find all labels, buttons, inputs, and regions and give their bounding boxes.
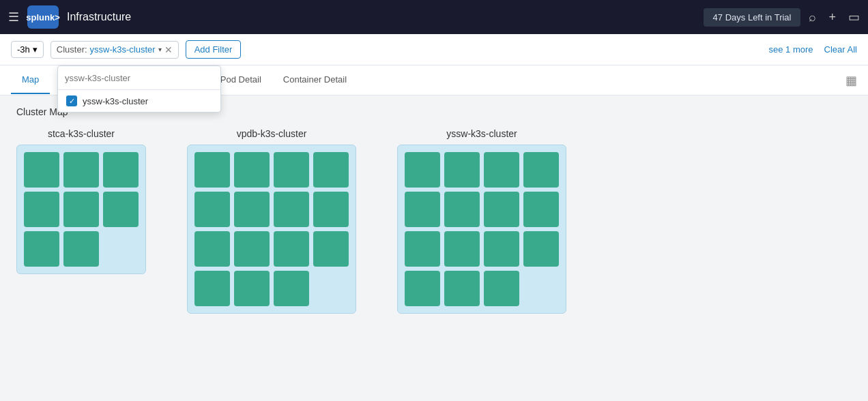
dropdown-item-yssw[interactable]: yssw-k3s-cluster — [58, 90, 220, 112]
stca-row3 — [24, 231, 139, 267]
node-cell[interactable] — [484, 271, 519, 306]
node-cell[interactable] — [444, 192, 480, 227]
bookmark-icon[interactable]: ▭ — [848, 10, 860, 25]
node-cell[interactable] — [484, 231, 519, 267]
node-cell[interactable] — [63, 192, 99, 227]
node-cell[interactable] — [274, 271, 309, 306]
dropdown-search-input[interactable] — [65, 73, 214, 83]
yssw-row2 — [405, 192, 559, 227]
node-cell[interactable] — [24, 231, 59, 267]
cluster-stca-name: stca-k3s-cluster — [48, 128, 115, 139]
yssw-row3 — [405, 231, 559, 267]
node-cell[interactable] — [484, 152, 519, 188]
clusters-row: stca-k3s-cluster — [16, 128, 852, 314]
dropdown-search — [58, 66, 220, 90]
node-cell[interactable] — [194, 192, 230, 227]
tab-container-detail[interactable]: Container Detail — [272, 66, 358, 94]
node-cell[interactable] — [523, 152, 559, 188]
node-cell[interactable] — [63, 152, 99, 188]
vpdb-row1 — [194, 152, 349, 188]
node-cell[interactable] — [234, 271, 270, 306]
node-cell[interactable] — [274, 231, 309, 267]
stca-row1 — [24, 152, 139, 188]
vpdb-row2 — [194, 192, 349, 227]
filter-chip-label: Cluster: — [57, 44, 87, 55]
main-content: Cluster Map stca-k3s-cluster — [0, 95, 868, 401]
node-cell[interactable] — [194, 152, 230, 188]
search-icon[interactable]: ⌕ — [809, 10, 816, 25]
dropdown-item-label-yssw: yssw-k3s-cluster — [83, 96, 148, 106]
tab-map[interactable]: Map — [11, 66, 50, 94]
cluster-yssw-box — [397, 145, 566, 314]
time-value: -3h — [17, 44, 30, 55]
yssw-row1 — [405, 152, 559, 188]
node-cell[interactable] — [234, 152, 270, 188]
add-icon[interactable]: + — [828, 10, 836, 25]
splunk-logo: splunk> — [27, 5, 59, 29]
node-cell[interactable] — [444, 152, 480, 188]
time-arrow: ▾ — [33, 44, 38, 55]
node-cell[interactable] — [444, 231, 480, 267]
cluster-stca[interactable]: stca-k3s-cluster — [16, 128, 146, 274]
see-more-link[interactable]: see 1 more — [769, 44, 813, 55]
node-cell[interactable] — [274, 152, 309, 188]
checkbox-yssw[interactable] — [66, 95, 77, 106]
cluster-vpdb[interactable]: vpdb-k3s-cluster — [187, 128, 356, 314]
node-cell[interactable] — [484, 192, 519, 227]
cluster-yssw-name: yssw-k3s-cluster — [446, 128, 517, 139]
node-cell[interactable] — [103, 152, 139, 188]
cluster-dropdown: yssw-k3s-cluster — [57, 65, 221, 113]
node-cell[interactable] — [523, 231, 559, 267]
node-cell[interactable] — [194, 231, 230, 267]
layout-toggle-icon[interactable]: ▦ — [845, 74, 857, 87]
vpdb-row4 — [194, 271, 349, 306]
cluster-vpdb-box — [187, 145, 356, 314]
app-title: Infrastructure — [67, 11, 695, 23]
yssw-row4 — [405, 271, 559, 306]
cluster-yssw[interactable]: yssw-k3s-cluster — [397, 128, 566, 314]
filter-chip-arrow: ▾ — [158, 46, 162, 53]
node-cell[interactable] — [24, 152, 59, 188]
hamburger-icon[interactable]: ☰ — [8, 10, 19, 25]
node-cell[interactable] — [405, 231, 440, 267]
node-cell[interactable] — [274, 192, 309, 227]
add-filter-button[interactable]: Add Filter — [186, 40, 242, 59]
cluster-vpdb-name: vpdb-k3s-cluster — [237, 128, 307, 139]
filter-bar: -3h ▾ Cluster: yssw-k3s-cluster ▾ ✕ Add … — [0, 34, 868, 65]
node-cell[interactable] — [405, 271, 440, 306]
node-cell[interactable] — [313, 231, 349, 267]
trial-badge: 47 Days Left in Trial — [704, 8, 801, 27]
filter-chip-value: yssw-k3s-cluster — [90, 44, 156, 55]
cluster-stca-box — [16, 145, 146, 274]
node-cell[interactable] — [194, 271, 230, 306]
node-cell[interactable] — [63, 231, 99, 267]
node-cell[interactable] — [523, 192, 559, 227]
node-cell[interactable] — [405, 192, 440, 227]
filter-right: see 1 more Clear All — [769, 44, 857, 55]
node-cell[interactable] — [313, 192, 349, 227]
time-selector[interactable]: -3h ▾ — [11, 41, 44, 58]
node-cell[interactable] — [103, 192, 139, 227]
cluster-filter-chip[interactable]: Cluster: yssw-k3s-cluster ▾ ✕ — [50, 41, 179, 59]
node-cell[interactable] — [234, 231, 270, 267]
node-cell[interactable] — [24, 192, 59, 227]
node-cell[interactable] — [444, 271, 480, 306]
nav-icons: ⌕ + ▭ — [809, 10, 860, 25]
stca-row2 — [24, 192, 139, 227]
node-cell[interactable] — [405, 152, 440, 188]
tabs-right: ▦ — [845, 73, 857, 88]
vpdb-row3 — [194, 231, 349, 267]
filter-chip-close[interactable]: ✕ — [164, 44, 173, 55]
node-cell[interactable] — [234, 192, 270, 227]
top-nav: ☰ splunk> Infrastructure 47 Days Left in… — [0, 0, 868, 34]
node-cell[interactable] — [313, 152, 349, 188]
clear-all-button[interactable]: Clear All — [824, 44, 857, 55]
